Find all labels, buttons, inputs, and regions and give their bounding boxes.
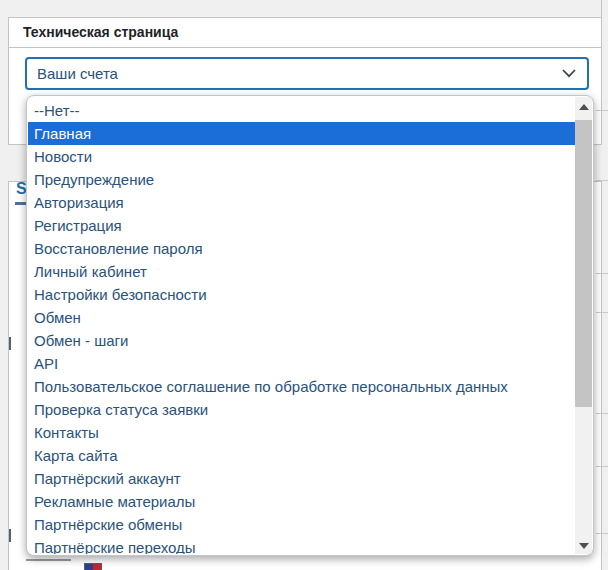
occluded-content-fragment (9, 529, 11, 542)
option-15[interactable]: Карта сайта (28, 444, 575, 467)
option-19[interactable]: Партнёрские переходы (28, 536, 575, 554)
page: Техническая страница S Ваши счета --Нет-… (0, 0, 608, 570)
option-2[interactable]: Новости (28, 145, 575, 168)
occluded-divider (26, 559, 71, 561)
scroll-up-button[interactable] (575, 98, 592, 115)
option-1[interactable]: Главная (28, 122, 575, 145)
panel-border-fragment (601, 0, 602, 17)
option-14[interactable]: Контакты (28, 421, 575, 444)
option-11[interactable]: API (28, 352, 575, 375)
option-16[interactable]: Партнёрский аккаунт (28, 467, 575, 490)
occluded-content-fragment (9, 337, 11, 350)
technical-page-select[interactable]: Ваши счета (25, 57, 589, 90)
option-7[interactable]: Личный кабинет (28, 260, 575, 283)
background-divider (596, 533, 608, 534)
chevron-down-icon (562, 69, 576, 78)
option-9[interactable]: Обмен (28, 306, 575, 329)
select-value: Ваши счета (27, 65, 562, 82)
occluded-text-fragment (15, 202, 26, 205)
scroll-down-button[interactable] (575, 537, 592, 554)
background-divider (596, 312, 608, 313)
flag-red-half (93, 564, 101, 570)
option-13[interactable]: Проверка статуса заявки (28, 398, 575, 421)
dropdown-scrollbar[interactable] (575, 97, 592, 554)
option-12[interactable]: Пользовательское соглашение по обработке… (28, 375, 575, 398)
option-10[interactable]: Обмен - шаги (28, 329, 575, 352)
option-8[interactable]: Настройки безопасности (28, 283, 575, 306)
background-divider (596, 273, 608, 274)
option-3[interactable]: Предупреждение (28, 168, 575, 191)
flag-blue-half (85, 564, 93, 570)
panel-title: Техническая страница (9, 18, 601, 48)
option-18[interactable]: Партнёрские обмены (28, 513, 575, 536)
flag-icon[interactable] (84, 563, 102, 570)
option-6[interactable]: Восстановление пароля (28, 237, 575, 260)
option-4[interactable]: Авторизация (28, 191, 575, 214)
option-5[interactable]: Регистрация (28, 214, 575, 237)
triangle-up-icon (579, 104, 589, 110)
background-divider (596, 110, 608, 111)
triangle-down-icon (579, 543, 589, 549)
option-list: --Нет--ГлавнаяНовостиПредупреждениеАвтор… (28, 97, 575, 554)
option-0[interactable]: --Нет-- (28, 99, 575, 122)
scrollbar-thumb[interactable] (575, 120, 592, 407)
background-divider (596, 466, 608, 467)
background-divider (596, 180, 608, 181)
option-17[interactable]: Рекламные материалы (28, 490, 575, 513)
background-divider (596, 413, 608, 414)
select-dropdown: --Нет--ГлавнаяНовостиПредупреждениеАвтор… (26, 95, 594, 556)
